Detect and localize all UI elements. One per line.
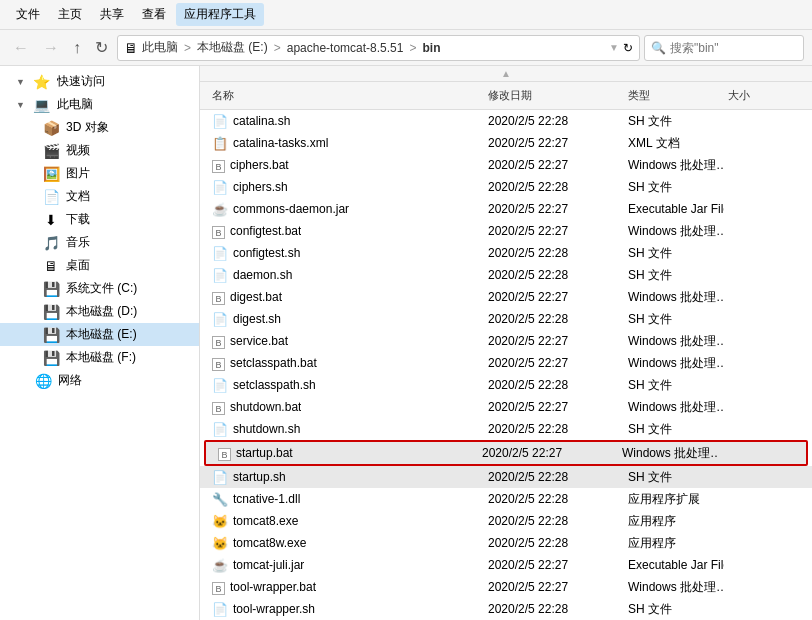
table-row[interactable]: 📄 tool-wrapper.sh 2020/2/5 22:28 SH 文件	[200, 598, 812, 620]
sidebar-icon: 💾	[42, 281, 60, 297]
sidebar-item-videos[interactable]: 🎬视频	[0, 139, 199, 162]
sidebar-item-pictures[interactable]: 🖼️图片	[0, 162, 199, 185]
table-row[interactable]: 🔧 tcnative-1.dll 2020/2/5 22:28 应用程序扩展	[200, 488, 812, 510]
file-icon: 🐱	[212, 514, 228, 529]
table-row[interactable]: 📄 digest.sh 2020/2/5 22:28 SH 文件	[200, 308, 812, 330]
table-row[interactable]: 📄 ciphers.sh 2020/2/5 22:28 SH 文件	[200, 176, 812, 198]
file-date-cell: 2020/2/5 22:28	[484, 180, 624, 194]
file-type-cell: SH 文件	[624, 179, 724, 196]
up-button[interactable]: ↑	[68, 36, 86, 60]
file-name: shutdown.bat	[230, 400, 301, 414]
address-refresh-btn[interactable]: ↻	[623, 41, 633, 55]
file-date-cell: 2020/2/5 22:27	[484, 334, 624, 348]
table-row[interactable]: B digest.bat 2020/2/5 22:27 Windows 批处理…	[200, 286, 812, 308]
sidebar-icon: 🎬	[42, 143, 60, 159]
sidebar-item-network[interactable]: 🌐网络	[0, 369, 199, 392]
file-icon: 📄	[212, 180, 228, 195]
file-name-cell: 📄 startup.sh	[208, 470, 484, 485]
col-size[interactable]: 大小	[724, 86, 804, 105]
sidebar-item-drive-c[interactable]: 💾系统文件 (C:)	[0, 277, 199, 300]
table-row[interactable]: ☕ tomcat-juli.jar 2020/2/5 22:27 Executa…	[200, 554, 812, 576]
table-row[interactable]: B service.bat 2020/2/5 22:27 Windows 批处理…	[200, 330, 812, 352]
sidebar-item-downloads[interactable]: ⬇下载	[0, 208, 199, 231]
file-date-cell: 2020/2/5 22:28	[484, 536, 624, 550]
table-row[interactable]: 🐱 tomcat8.exe 2020/2/5 22:28 应用程序	[200, 510, 812, 532]
file-date-cell: 2020/2/5 22:28	[484, 312, 624, 326]
file-type-cell: SH 文件	[624, 469, 724, 486]
sidebar-icon: 🎵	[42, 235, 60, 251]
table-row[interactable]: B tool-wrapper.bat 2020/2/5 22:27 Window…	[200, 576, 812, 598]
sidebar-item-drive-d[interactable]: 💾本地磁盘 (D:)	[0, 300, 199, 323]
table-row[interactable]: 🐱 tomcat8w.exe 2020/2/5 22:28 应用程序	[200, 532, 812, 554]
sidebar-item-3d[interactable]: 📦3D 对象	[0, 116, 199, 139]
expand-arrow: ▼	[16, 100, 25, 110]
sidebar-item-documents[interactable]: 📄文档	[0, 185, 199, 208]
back-button[interactable]: ←	[8, 36, 34, 60]
file-name-cell: ☕ commons-daemon.jar	[208, 202, 484, 217]
table-row[interactable]: B ciphers.bat 2020/2/5 22:27 Windows 批处理…	[200, 154, 812, 176]
table-row[interactable]: B shutdown.bat 2020/2/5 22:27 Windows 批处…	[200, 396, 812, 418]
sidebar-item-this-pc[interactable]: ▼💻此电脑	[0, 93, 199, 116]
table-row[interactable]: 📄 shutdown.sh 2020/2/5 22:28 SH 文件	[200, 418, 812, 440]
table-row[interactable]: 📄 configtest.sh 2020/2/5 22:28 SH 文件	[200, 242, 812, 264]
menu-bar: 文件 主页 共享 查看 应用程序工具	[0, 0, 812, 30]
sidebar-item-desktop[interactable]: 🖥桌面	[0, 254, 199, 277]
table-row[interactable]: 📄 setclasspath.sh 2020/2/5 22:28 SH 文件	[200, 374, 812, 396]
table-row[interactable]: 📋 catalina-tasks.xml 2020/2/5 22:27 XML …	[200, 132, 812, 154]
file-date-cell: 2020/2/5 22:27	[484, 290, 624, 304]
file-date-cell: 2020/2/5 22:28	[484, 114, 624, 128]
sidebar-label: 网络	[58, 372, 191, 389]
search-input[interactable]	[670, 41, 797, 55]
table-row[interactable]: ☕ commons-daemon.jar 2020/2/5 22:27 Exec…	[200, 198, 812, 220]
file-date-cell: 2020/2/5 22:28	[484, 268, 624, 282]
sidebar-label: 3D 对象	[66, 119, 191, 136]
file-name: tcnative-1.dll	[233, 492, 300, 506]
table-row[interactable]: 📄 startup.sh 2020/2/5 22:28 SH 文件	[200, 466, 812, 488]
file-date-cell: 2020/2/5 22:27	[484, 580, 624, 594]
table-row[interactable]: B setclasspath.bat 2020/2/5 22:27 Window…	[200, 352, 812, 374]
file-name: daemon.sh	[233, 268, 292, 282]
file-name-cell: B configtest.bat	[208, 224, 484, 239]
table-row[interactable]: B configtest.bat 2020/2/5 22:27 Windows …	[200, 220, 812, 242]
col-date[interactable]: 修改日期	[484, 86, 624, 105]
address-bin: bin	[422, 41, 440, 55]
file-icon: 📋	[212, 136, 228, 151]
sidebar-item-music[interactable]: 🎵音乐	[0, 231, 199, 254]
table-row[interactable]: 📄 daemon.sh 2020/2/5 22:28 SH 文件	[200, 264, 812, 286]
menu-file[interactable]: 文件	[8, 3, 48, 26]
col-name[interactable]: 名称	[208, 86, 484, 105]
file-name-cell: B digest.bat	[208, 290, 484, 305]
file-name: configtest.sh	[233, 246, 300, 260]
menu-view[interactable]: 查看	[134, 3, 174, 26]
menu-share[interactable]: 共享	[92, 3, 132, 26]
file-date-cell: 2020/2/5 22:27	[484, 224, 624, 238]
sidebar-item-drive-f[interactable]: 💾本地磁盘 (F:)	[0, 346, 199, 369]
menu-home[interactable]: 主页	[50, 3, 90, 26]
file-name: setclasspath.sh	[233, 378, 316, 392]
refresh-button[interactable]: ↻	[90, 35, 113, 60]
file-name: tomcat8.exe	[233, 514, 298, 528]
address-tomcat: apache-tomcat-8.5.51	[287, 41, 404, 55]
sidebar-item-drive-e[interactable]: 💾本地磁盘 (E:)	[0, 323, 199, 346]
forward-button[interactable]: →	[38, 36, 64, 60]
file-name: catalina-tasks.xml	[233, 136, 328, 150]
table-row[interactable]: 📄 catalina.sh 2020/2/5 22:28 SH 文件	[200, 110, 812, 132]
sidebar-icon: 🖥	[42, 258, 60, 274]
table-row[interactable]: B startup.bat 2020/2/5 22:27 Windows 批处理…	[206, 442, 806, 464]
file-name-cell: 📄 ciphers.sh	[208, 180, 484, 195]
file-name: tomcat8w.exe	[233, 536, 306, 550]
file-icon: 📄	[212, 602, 228, 617]
sidebar-item-quick-access[interactable]: ▼⭐快速访问	[0, 70, 199, 93]
file-name-cell: B tool-wrapper.bat	[208, 580, 484, 595]
col-type[interactable]: 类型	[624, 86, 724, 105]
search-box[interactable]: 🔍	[644, 35, 804, 61]
address-bar[interactable]: 🖥 此电脑 > 本地磁盘 (E:) > apache-tomcat-8.5.51…	[117, 35, 640, 61]
file-date-cell: 2020/2/5 22:27	[478, 446, 618, 460]
file-type-cell: SH 文件	[624, 601, 724, 618]
file-name: setclasspath.bat	[230, 356, 317, 370]
file-icon: 📄	[212, 422, 228, 437]
sidebar-icon: ⭐	[33, 74, 51, 90]
file-name-cell: 📄 tool-wrapper.sh	[208, 602, 484, 617]
sidebar-icon: 📦	[42, 120, 60, 136]
menu-app-tools[interactable]: 应用程序工具	[176, 3, 264, 26]
